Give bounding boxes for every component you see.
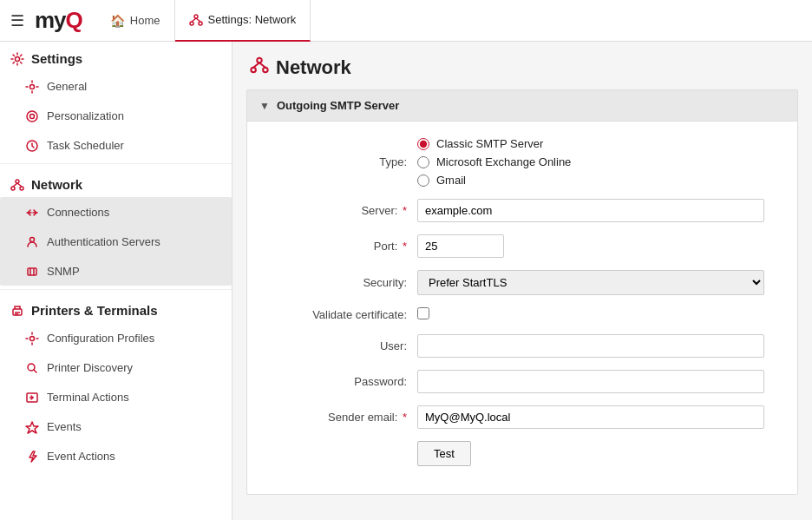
printers-section-header: Printers & Terminals: [0, 293, 232, 323]
terminal-actions-icon: [24, 389, 40, 405]
sidebar-item-event-actions[interactable]: Event Actions: [0, 441, 232, 471]
svg-point-7: [27, 111, 37, 122]
hamburger-menu[interactable]: ☰: [7, 8, 28, 34]
radio-exchange-input[interactable]: [417, 156, 429, 168]
tab-home[interactable]: 🏠 Home: [96, 0, 175, 42]
password-input[interactable]: [417, 370, 764, 393]
smtp-panel-title: Outgoing SMTP Server: [277, 99, 399, 112]
home-icon: 🏠: [110, 14, 125, 28]
validate-cert-checkbox[interactable]: [417, 307, 429, 319]
radio-gmail-input[interactable]: [417, 174, 429, 187]
form-row-type: Type: Classic SMTP Server Microsoft Exch…: [268, 137, 776, 187]
snmp-icon: [24, 263, 40, 279]
server-label: Server: *: [268, 204, 407, 217]
svg-line-3: [192, 18, 196, 22]
svg-line-33: [253, 63, 259, 68]
content-area: Network ▼ Outgoing SMTP Server Type: Cla…: [232, 42, 812, 520]
port-input[interactable]: [417, 234, 504, 258]
svg-point-0: [194, 15, 198, 18]
task-scheduler-label: Task Scheduler: [47, 139, 124, 152]
server-control: [417, 199, 764, 222]
server-required: *: [399, 204, 407, 217]
sidebar-item-terminal-actions[interactable]: Terminal Actions: [0, 382, 232, 411]
tab-settings-network-label: Settings: Network: [208, 13, 297, 26]
form-row-sender-email: Sender email: *: [268, 405, 776, 429]
radio-gmail-label: Gmail: [436, 174, 466, 187]
svg-point-6: [30, 85, 35, 89]
connections-label: Connections: [47, 206, 109, 219]
sidebar-item-connections[interactable]: Connections: [0, 197, 232, 227]
user-control: [417, 334, 764, 358]
svg-point-30: [257, 58, 262, 63]
network-group: Connections Authentication Servers: [0, 197, 232, 286]
sidebar-item-configuration-profiles[interactable]: Configuration Profiles: [0, 323, 232, 352]
security-select[interactable]: None Prefer StartTLS Require StartTLS SS…: [417, 270, 764, 295]
security-label: Security:: [268, 276, 407, 289]
form-row-port: Port: *: [268, 234, 776, 258]
form-row-test: Test: [268, 441, 776, 466]
printers-section-label: Printers & Terminals: [31, 303, 158, 318]
password-control: [417, 370, 764, 393]
test-button[interactable]: Test: [417, 441, 471, 466]
radio-exchange[interactable]: Microsoft Exchange Online: [417, 155, 764, 168]
topbar: ☰ myQ 🏠 Home Settings: Network: [0, 0, 812, 42]
auth-servers-icon: [24, 234, 40, 249]
sidebar-item-printer-discovery[interactable]: Printer Discovery: [0, 352, 232, 382]
sidebar-item-task-scheduler[interactable]: Task Scheduler: [0, 130, 232, 160]
general-label: General: [47, 80, 87, 93]
svg-point-15: [30, 238, 35, 242]
svg-line-24: [34, 370, 36, 372]
svg-line-34: [259, 63, 265, 68]
config-profiles-icon: [24, 330, 40, 346]
content-header: Network: [232, 42, 812, 89]
server-input[interactable]: [417, 199, 764, 222]
sender-email-label: Sender email: *: [268, 411, 407, 424]
chevron-down-icon: ▼: [259, 100, 270, 112]
svg-point-31: [251, 68, 256, 73]
svg-point-5: [16, 56, 20, 61]
sidebar-item-events[interactable]: Events: [0, 411, 232, 441]
tab-home-label: Home: [130, 14, 160, 27]
network-tab-icon: [189, 12, 203, 27]
sidebar-item-snmp[interactable]: SNMP: [0, 256, 232, 286]
content-title: Network: [276, 56, 351, 79]
tab-settings-network[interactable]: Settings: Network: [175, 0, 311, 42]
user-label: User:: [268, 339, 407, 352]
event-actions-label: Event Actions: [47, 450, 115, 463]
svg-point-22: [30, 337, 35, 341]
radio-classic-smtp[interactable]: Classic SMTP Server: [417, 137, 764, 150]
sidebar-item-authentication-servers[interactable]: Authentication Servers: [0, 227, 232, 256]
type-radio-group: Classic SMTP Server Microsoft Exchange O…: [417, 137, 764, 187]
svg-line-13: [13, 183, 17, 187]
svg-marker-29: [26, 422, 38, 433]
app-logo: myQ: [35, 7, 82, 34]
authentication-servers-label: Authentication Servers: [47, 235, 160, 248]
svg-rect-16: [28, 268, 36, 275]
personalization-label: Personalization: [47, 109, 124, 122]
radio-classic-smtp-input[interactable]: [417, 138, 429, 150]
sender-email-required: *: [399, 411, 407, 424]
validate-cert-control: [417, 307, 764, 322]
sidebar-item-personalization[interactable]: Personalization: [0, 101, 232, 130]
event-actions-icon: [24, 448, 40, 464]
settings-section-icon: [10, 50, 24, 66]
security-control: None Prefer StartTLS Require StartTLS SS…: [417, 270, 764, 295]
sender-email-control: [417, 405, 764, 429]
smtp-panel-header[interactable]: ▼ Outgoing SMTP Server: [247, 90, 797, 122]
network-section-icon: [10, 176, 24, 192]
user-input[interactable]: [417, 334, 764, 358]
validate-cert-label: Validate certificate:: [268, 308, 407, 321]
snmp-label: SNMP: [47, 265, 80, 278]
radio-gmail[interactable]: Gmail: [417, 174, 764, 187]
content-header-icon: [250, 56, 269, 79]
form-row-user: User:: [268, 334, 776, 358]
sender-email-input[interactable]: [417, 405, 764, 429]
svg-point-11: [11, 187, 15, 190]
sidebar-item-general[interactable]: General: [0, 71, 232, 101]
printer-discovery-icon: [24, 359, 40, 375]
events-label: Events: [47, 420, 82, 433]
divider-1: [0, 163, 232, 164]
test-control: Test: [417, 441, 764, 466]
form-row-server: Server: *: [268, 199, 776, 222]
form-row-security: Security: None Prefer StartTLS Require S…: [268, 270, 776, 295]
